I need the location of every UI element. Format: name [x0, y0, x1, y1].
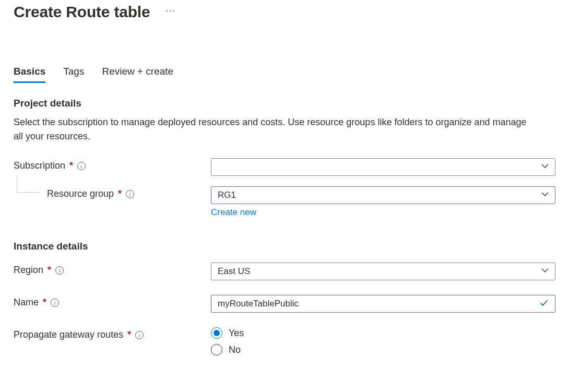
required-asterisk: * [43, 297, 46, 308]
chevron-down-icon [541, 162, 549, 172]
more-actions-icon[interactable]: ··· [165, 5, 175, 19]
name-label: Name [14, 297, 39, 308]
page-title: Create Route table [14, 3, 150, 21]
resource-group-label: Resource group [47, 188, 114, 199]
indent-connector [17, 176, 40, 193]
region-label: Region [14, 265, 43, 276]
radio-no-label: No [229, 345, 241, 355]
resource-group-select[interactable]: RG1 [211, 186, 555, 204]
propagate-radio-no[interactable]: No [211, 344, 555, 355]
tab-review-create[interactable]: Review + create [102, 66, 173, 83]
required-asterisk: * [48, 265, 51, 276]
required-asterisk: * [127, 329, 131, 340]
info-icon[interactable]: i [77, 162, 86, 170]
radio-unchecked-icon [211, 344, 222, 355]
subscription-select[interactable] [211, 158, 555, 176]
project-details-heading: Project details [14, 98, 555, 109]
info-icon[interactable]: i [51, 299, 59, 307]
instance-details-heading: Instance details [14, 241, 555, 252]
required-asterisk: * [118, 188, 122, 199]
resource-group-value: RG1 [218, 190, 236, 200]
radio-yes-label: Yes [229, 328, 244, 339]
tabs: Basics Tags Review + create [14, 66, 555, 83]
tab-tags[interactable]: Tags [63, 66, 84, 83]
propagate-label: Propagate gateway routes [14, 329, 123, 340]
propagate-radio-yes[interactable]: Yes [211, 327, 555, 339]
info-icon[interactable]: i [55, 266, 64, 275]
subscription-label: Subscription [14, 160, 65, 171]
required-asterisk: * [69, 160, 73, 171]
region-value: East US [218, 266, 250, 277]
info-icon[interactable]: i [135, 331, 144, 339]
region-select[interactable]: East US [211, 263, 555, 280]
project-details-description: Select the subscription to manage deploy… [14, 115, 536, 144]
check-icon [539, 298, 549, 310]
chevron-down-icon [541, 190, 549, 200]
name-input[interactable]: myRouteTablePublic [211, 295, 555, 313]
chevron-down-icon [541, 266, 549, 277]
info-icon[interactable]: i [126, 190, 134, 198]
create-new-link[interactable]: Create new [211, 207, 256, 218]
tab-basics[interactable]: Basics [14, 66, 45, 83]
radio-checked-icon [211, 327, 222, 339]
name-value: myRouteTablePublic [218, 299, 299, 309]
